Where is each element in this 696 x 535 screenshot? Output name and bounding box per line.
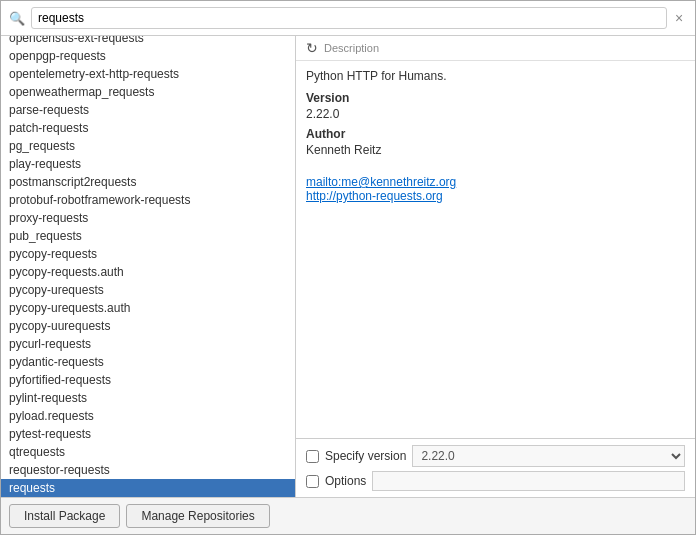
author-value: Kenneth Reitz bbox=[306, 143, 685, 157]
list-item[interactable]: requests bbox=[1, 479, 295, 497]
list-item[interactable]: pycopy-uurequests bbox=[1, 317, 295, 335]
detail-panel: ↻ Description Python HTTP for Humans. Ve… bbox=[296, 36, 695, 497]
list-item[interactable]: play-requests bbox=[1, 155, 295, 173]
list-item[interactable]: openpgp-requests bbox=[1, 47, 295, 65]
list-item[interactable]: pycopy-urequests.auth bbox=[1, 299, 295, 317]
content-area: manage_gg_requestsnoseapp_requestsnotreq… bbox=[1, 36, 695, 497]
options-row: Options bbox=[306, 471, 685, 491]
specify-version-label: Specify version bbox=[325, 449, 406, 463]
version-value: 2.22.0 bbox=[306, 107, 685, 121]
list-item[interactable]: pycopy-urequests bbox=[1, 281, 295, 299]
refresh-button[interactable]: ↻ bbox=[304, 40, 320, 56]
list-item[interactable]: qtrequests bbox=[1, 443, 295, 461]
manage-repositories-button[interactable]: Manage Repositories bbox=[126, 504, 269, 528]
list-item[interactable]: opentelemetry-ext-http-requests bbox=[1, 65, 295, 83]
search-input[interactable] bbox=[31, 7, 667, 29]
install-package-button[interactable]: Install Package bbox=[9, 504, 120, 528]
version-select[interactable]: 2.22.0 bbox=[412, 445, 685, 467]
list-item[interactable]: pg_requests bbox=[1, 137, 295, 155]
main-window: 🔍 × manage_gg_requestsnoseapp_requestsno… bbox=[0, 0, 696, 535]
package-list[interactable]: manage_gg_requestsnoseapp_requestsnotreq… bbox=[1, 36, 295, 497]
list-item[interactable]: requestor-requests bbox=[1, 461, 295, 479]
package-description: Python HTTP for Humans. bbox=[306, 69, 685, 83]
author-label: Author bbox=[306, 127, 685, 141]
list-item[interactable]: postmanscript2requests bbox=[1, 173, 295, 191]
mailto-link[interactable]: mailto:me@kennethreitz.org bbox=[306, 175, 685, 189]
search-clear-button[interactable]: × bbox=[671, 10, 687, 26]
list-item[interactable]: openweathermap_requests bbox=[1, 83, 295, 101]
search-icon: 🔍 bbox=[9, 11, 25, 26]
options-checkbox[interactable] bbox=[306, 475, 319, 488]
list-item[interactable]: pycopy-requests bbox=[1, 245, 295, 263]
options-label: Options bbox=[325, 474, 366, 488]
list-item[interactable]: pytest-requests bbox=[1, 425, 295, 443]
list-item[interactable]: pylint-requests bbox=[1, 389, 295, 407]
detail-content: Python HTTP for Humans. Version 2.22.0 A… bbox=[296, 61, 695, 438]
bottom-options: Specify version 2.22.0 Options bbox=[296, 438, 695, 497]
version-label: Version bbox=[306, 91, 685, 105]
list-item[interactable]: pub_requests bbox=[1, 227, 295, 245]
list-item[interactable]: pyfortified-requests bbox=[1, 371, 295, 389]
detail-header-label: Description bbox=[324, 42, 379, 54]
list-item[interactable]: pycurl-requests bbox=[1, 335, 295, 353]
list-item[interactable]: patch-requests bbox=[1, 119, 295, 137]
specify-version-row: Specify version 2.22.0 bbox=[306, 445, 685, 467]
list-item[interactable]: proxy-requests bbox=[1, 209, 295, 227]
list-item[interactable]: pyload.requests bbox=[1, 407, 295, 425]
list-item[interactable]: parse-requests bbox=[1, 101, 295, 119]
options-input[interactable] bbox=[372, 471, 685, 491]
list-item[interactable]: opencensus-ext-requests bbox=[1, 36, 295, 47]
package-list-panel: manage_gg_requestsnoseapp_requestsnotreq… bbox=[1, 36, 296, 497]
specify-version-checkbox[interactable] bbox=[306, 450, 319, 463]
website-link[interactable]: http://python-requests.org bbox=[306, 189, 685, 203]
footer: Install Package Manage Repositories bbox=[1, 497, 695, 534]
list-item[interactable]: protobuf-robotframework-requests bbox=[1, 191, 295, 209]
list-item[interactable]: pydantic-requests bbox=[1, 353, 295, 371]
refresh-icon: ↻ bbox=[306, 40, 318, 56]
detail-header: ↻ Description bbox=[296, 36, 695, 61]
search-bar: 🔍 × bbox=[1, 1, 695, 36]
list-item[interactable]: pycopy-requests.auth bbox=[1, 263, 295, 281]
